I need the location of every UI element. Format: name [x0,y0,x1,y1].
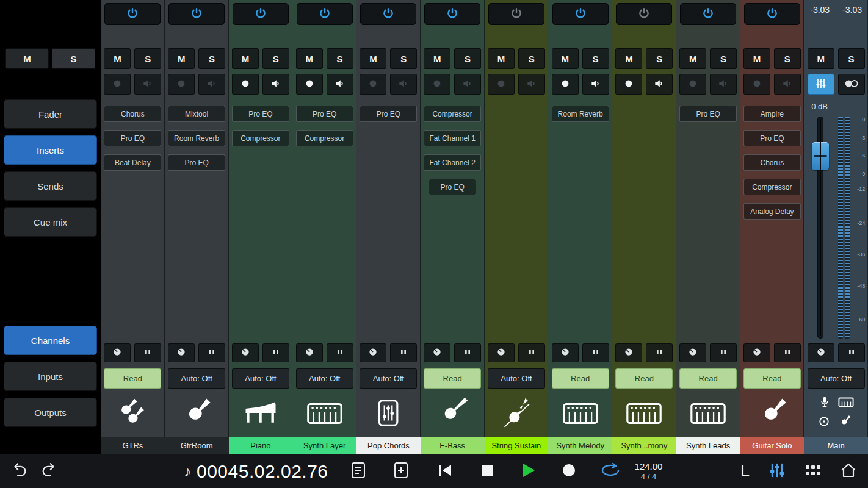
power-button[interactable] [616,3,672,25]
pan-display-button[interactable] [743,343,770,362]
automation-mode-button[interactable]: Read [552,368,609,389]
power-button[interactable] [744,3,800,25]
monitor-button[interactable] [327,74,353,95]
record-arm-button[interactable] [615,74,642,95]
channel-name-label[interactable]: Synth Layer [292,437,356,454]
automation-mode-button[interactable]: Auto: Off [488,368,545,389]
meter-mode-button[interactable] [582,343,609,362]
tempo-display[interactable]: 124.00 4 / 4 [635,461,663,481]
solo-button[interactable]: S [134,48,161,69]
time-display[interactable]: ♪ 00045.02.02.76 [184,461,328,482]
solo-button[interactable]: S [262,48,289,69]
insert-slot[interactable]: Pro EQ [168,154,225,171]
channel-name-label[interactable]: Pop Chords [356,437,421,454]
insert-slot[interactable]: Fat Channel 1 [424,130,481,146]
insert-slot[interactable]: Pro EQ [360,106,417,122]
channel-name-label[interactable]: Synth Melody [548,437,612,454]
automation-mode-button[interactable]: Auto: Off [232,368,289,389]
insert-slot[interactable]: Room Reverb [168,130,225,146]
meter-mode-button[interactable] [518,343,545,362]
mute-button[interactable]: M [808,48,834,69]
pan-display-button[interactable] [808,343,834,362]
view-tab-inserts[interactable]: Inserts [4,135,97,165]
monitor-button[interactable] [518,74,545,95]
meter-mode-button[interactable] [390,343,417,362]
meter-mode-button[interactable] [710,343,737,362]
monitor-button[interactable] [262,74,289,95]
power-button[interactable] [233,3,289,25]
solo-button[interactable]: S [518,48,545,69]
record-arm-button[interactable] [296,74,323,95]
insert-slot[interactable]: Pro EQ [104,130,161,146]
monitor-button[interactable] [390,74,417,95]
automation-mode-button[interactable]: Auto: Off [808,368,865,389]
meter-mode-button[interactable] [646,343,673,362]
record-arm-button[interactable] [552,74,579,95]
power-button[interactable] [168,3,225,25]
automation-mode-button[interactable]: Read [615,368,673,389]
monitor-button[interactable] [582,74,609,95]
record-arm-button[interactable] [360,74,386,95]
fader-track[interactable] [817,117,823,339]
meter-mode-button[interactable] [454,343,481,362]
monitor-button[interactable] [646,74,673,95]
power-button[interactable] [680,3,736,25]
insert-slot[interactable]: Fat Channel 2 [424,154,481,171]
insert-slot[interactable]: Chorus [743,154,801,171]
solo-button[interactable]: S [327,48,353,69]
power-button[interactable] [360,3,416,25]
undo-button[interactable] [10,462,28,481]
pan-display-button[interactable] [615,343,642,362]
pan-display-button[interactable] [168,343,195,362]
stop-button[interactable] [481,464,494,479]
add-item-button[interactable] [393,462,409,481]
view-tab-cue-mix[interactable]: Cue mix [4,207,97,237]
mute-button[interactable]: M [168,48,195,69]
mute-button[interactable]: M [488,48,515,69]
insert-slot[interactable]: Pro EQ [232,106,289,122]
power-button[interactable] [104,3,161,25]
record-arm-button[interactable] [232,74,259,95]
record-arm-button[interactable] [743,74,770,95]
insert-slot[interactable]: Compressor [232,130,289,146]
insert-slot[interactable]: Compressor [296,130,353,146]
loop-button[interactable] [599,462,621,480]
redo-button[interactable] [40,462,59,481]
monitor-button[interactable] [710,74,737,95]
record-arm-button[interactable] [488,74,515,95]
mute-button[interactable]: M [679,48,706,69]
power-button[interactable] [488,3,544,25]
play-button[interactable] [521,462,536,480]
pan-display-button[interactable] [679,343,706,362]
channel-name-label[interactable]: GTRs [101,437,165,454]
mute-button[interactable]: M [552,48,579,69]
insert-slot[interactable]: Pro EQ [296,106,353,122]
pan-display-button[interactable] [232,343,259,362]
solo-button[interactable]: S [710,48,737,69]
channel-name-label[interactable]: Main [804,437,868,454]
solo-button[interactable]: S [582,48,609,69]
fader-handle[interactable] [812,142,829,170]
insert-slot[interactable]: Analog Delay [743,203,801,220]
channel-name-label[interactable]: String Sustain [485,437,549,454]
meter-mode-button[interactable] [198,343,225,362]
record-arm-button[interactable] [424,74,450,95]
solo-button[interactable]: S [838,48,865,69]
solo-button[interactable]: S [198,48,225,69]
power-button[interactable] [424,3,480,25]
insert-slot[interactable]: Mixtool [168,106,225,122]
list-tab-inputs[interactable]: Inputs [4,362,97,391]
solo-button[interactable]: S [454,48,481,69]
monitor-button[interactable] [134,74,161,95]
insert-slot[interactable]: Beat Delay [104,154,161,171]
global-solo-button[interactable]: S [52,48,95,69]
monitor-button[interactable] [454,74,481,95]
global-mute-button[interactable]: M [5,48,49,69]
channel-name-label[interactable]: Synth Leads [676,437,740,454]
insert-slot[interactable]: Pro EQ [743,130,801,146]
list-tab-outputs[interactable]: Outputs [4,398,97,427]
automation-mode-button[interactable]: Read [424,368,481,389]
automation-mode-button[interactable]: Read [104,368,161,389]
record-arm-button[interactable] [104,74,131,95]
insert-slot[interactable]: Room Reverb [552,106,609,122]
